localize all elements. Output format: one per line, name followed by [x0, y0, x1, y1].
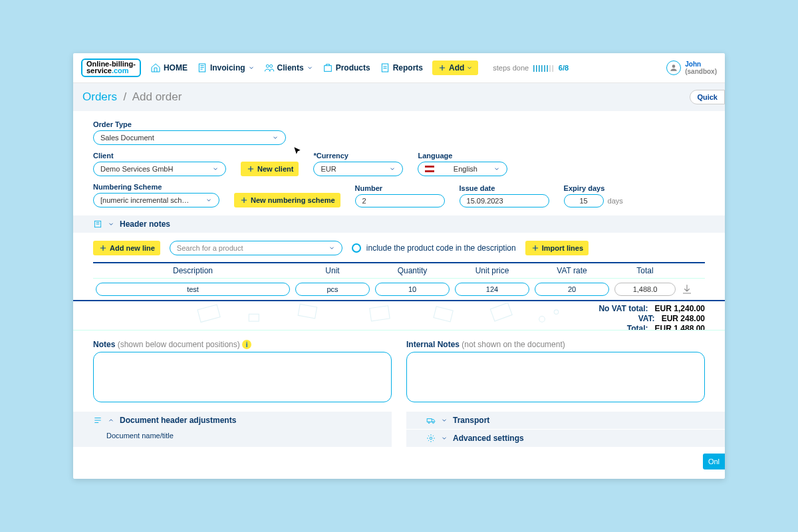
home-icon [150, 63, 161, 73]
nav-reports[interactable]: Reports [380, 63, 423, 73]
doc-header-adjust-toggle[interactable]: Document header adjustments [73, 411, 392, 429]
novat-label: No VAT total: [598, 304, 648, 313]
issue-date-value: 15.09.2023 [467, 197, 503, 205]
currency-select[interactable]: EUR [313, 162, 403, 176]
import-lines-label: Import lines [542, 244, 583, 252]
order-type-select[interactable]: Sales Document [93, 130, 286, 145]
internal-notes-textarea[interactable] [406, 352, 705, 402]
novat-value: EUR 1,240.00 [648, 304, 705, 313]
vat-label: VAT: [638, 314, 655, 323]
new-numbering-button[interactable]: New numbering scheme [234, 193, 340, 207]
client-value: Demo Services GmbH [100, 165, 173, 173]
add-line-label: Add new line [110, 244, 155, 252]
new-client-button[interactable]: New client [241, 162, 299, 176]
info-icon[interactable]: i [242, 340, 251, 349]
truck-icon [426, 416, 436, 425]
text-icon [93, 416, 102, 425]
line-unit-input[interactable]: pcs [295, 283, 370, 296]
svg-rect-7 [198, 305, 220, 322]
doc-adjust-label: Document header adjustments [120, 416, 236, 425]
add-line-button[interactable]: Add new line [93, 241, 160, 255]
nav-clients-label: Clients [277, 63, 304, 72]
new-numbering-label: New numbering scheme [251, 196, 335, 204]
products-icon [323, 63, 333, 73]
number-value: 2 [362, 197, 366, 205]
plus-icon [246, 164, 255, 174]
nav-invoicing[interactable]: Invoicing [197, 63, 255, 73]
nav-add-label: Add [449, 63, 464, 72]
onboarding-steps: steps done |||||||| 6/8 [493, 64, 569, 72]
advanced-toggle[interactable]: Advanced settings [406, 429, 725, 447]
breadcrumb: Orders / Add order [82, 90, 182, 104]
svg-rect-3 [324, 66, 331, 72]
import-lines-button[interactable]: Import lines [525, 241, 589, 255]
total-value: EUR 1,488.00 [648, 324, 705, 331]
line-qty-input[interactable]: 10 [375, 283, 450, 296]
breadcrumb-root[interactable]: Orders [82, 90, 117, 103]
numbering-select[interactable]: [numeric incremental sch… [93, 193, 219, 207]
nav-add-button[interactable]: Add [432, 61, 478, 75]
plus-icon [239, 196, 249, 205]
line-table-header: Description Unit Quantity Unit price VAT… [93, 262, 705, 279]
logo: Online-billing- service.com [81, 59, 141, 77]
nav-home-label: HOME [164, 63, 188, 72]
chevron-down-icon [205, 197, 212, 203]
numbering-label: Numbering Scheme [93, 183, 219, 191]
expiry-input[interactable]: 15 [564, 194, 604, 207]
total-label: Total: [627, 324, 648, 331]
line-controls: Add new line Search for a product includ… [93, 233, 705, 262]
language-value: English [454, 165, 477, 173]
bottom-pill[interactable]: Onl [703, 454, 725, 469]
quick-button[interactable]: Quick [690, 90, 725, 104]
download-icon[interactable] [681, 283, 693, 295]
nav-home[interactable]: HOME [150, 63, 188, 73]
issue-date-input[interactable]: 15.09.2023 [460, 194, 549, 207]
nav-clients[interactable]: Clients [264, 63, 313, 73]
plus-icon [98, 243, 108, 253]
svg-rect-15 [427, 419, 432, 422]
product-search-select[interactable]: Search for a product [170, 241, 342, 255]
number-label: Number [355, 184, 445, 192]
number-input[interactable]: 2 [355, 194, 445, 207]
include-code-label: include the product code in the descript… [366, 243, 516, 253]
notes-hint: (shown below document positions) [118, 340, 240, 349]
notes-textarea[interactable] [93, 352, 392, 402]
line-description-input[interactable]: test [96, 283, 290, 296]
include-code-radio[interactable] [352, 243, 361, 253]
svg-rect-9 [298, 304, 317, 318]
line-vat-input[interactable]: 20 [535, 283, 609, 296]
user-role: (sandbox) [685, 68, 717, 75]
line-price-input[interactable]: 124 [455, 283, 529, 296]
svg-point-2 [269, 65, 272, 67]
steps-label: steps done [493, 64, 529, 72]
footer-panels: Document header adjustments Document nam… [73, 411, 725, 447]
user-menu[interactable]: John(sandbox) [666, 61, 717, 75]
internal-notes-hint: (not shown on the document) [462, 340, 565, 349]
expiry-label: Expiry days [564, 184, 630, 192]
logo-suffix: .com [112, 66, 129, 74]
issue-date-label: Issue date [460, 184, 549, 192]
header-notes-toggle[interactable]: Header notes [73, 215, 725, 233]
col-unit-price: Unit price [452, 266, 532, 275]
nav-invoicing-label: Invoicing [210, 63, 245, 72]
steps-bars: |||||||| [533, 64, 555, 72]
steps-done: 6 [559, 64, 563, 72]
internal-notes-label: Internal Notes [406, 340, 460, 349]
vat-value: EUR 248.00 [655, 314, 705, 323]
order-type-label: Order Type [93, 120, 286, 128]
nav-products[interactable]: Products [323, 63, 370, 73]
client-select[interactable]: Demo Services GmbH [93, 162, 226, 176]
svg-point-17 [432, 422, 434, 424]
col-vat-rate: VAT rate [532, 266, 612, 275]
order-type-value: Sales Document [100, 134, 154, 142]
svg-point-13 [539, 316, 545, 322]
form-content: Order Type Sales Document Client Demo Se… [73, 111, 725, 450]
chevron-up-icon [108, 417, 114, 424]
line-total-value: 1,488.0 [614, 283, 676, 296]
chevron-down-icon [272, 134, 279, 141]
language-select[interactable]: English [418, 162, 507, 176]
transport-toggle[interactable]: Transport [406, 411, 725, 429]
topbar: Online-billing- service.com HOME Invoici… [73, 53, 725, 83]
chevron-down-icon [389, 166, 396, 172]
chevron-down-icon [212, 166, 219, 172]
